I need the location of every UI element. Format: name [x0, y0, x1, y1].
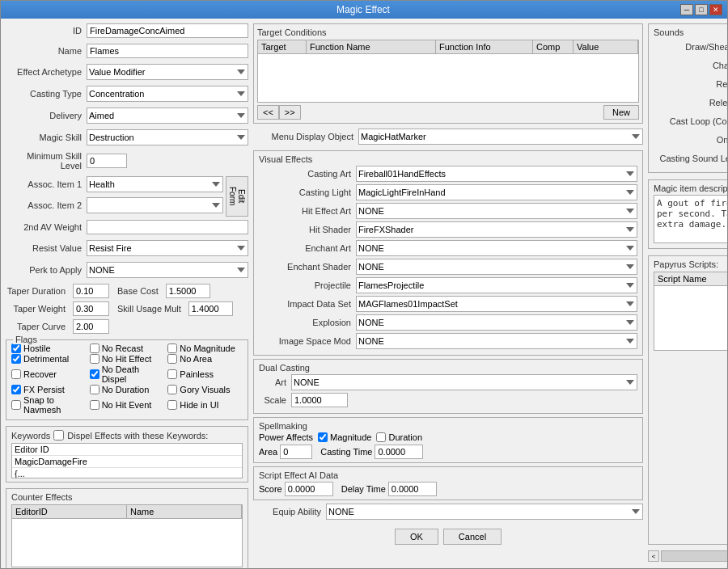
second-av-weight-input[interactable] [87, 220, 248, 234]
flag-no-recast-checkbox[interactable] [90, 344, 99, 353]
flag-detrimental-checkbox[interactable] [11, 354, 21, 364]
casting-time-input[interactable] [375, 445, 423, 459]
ready-row: Ready NONE [654, 76, 727, 92]
min-skill-input[interactable] [87, 154, 127, 168]
cast-loop-label: Cast Loop (Conc.) [654, 116, 727, 126]
col-target: Target [258, 40, 307, 53]
col-comp: Comp [533, 40, 574, 53]
delivery-select[interactable]: Aimed [87, 107, 248, 124]
score-input[interactable] [285, 482, 333, 496]
duration-label: Duration [388, 432, 422, 442]
keyword-row-extra[interactable]: {... [12, 468, 242, 478]
flags-grid: Hostile No Recast No Magnitude Detriment… [11, 344, 243, 415]
skill-usage-mult-input[interactable] [188, 301, 233, 316]
new-button[interactable]: New [603, 105, 639, 120]
flag-no-duration-checkbox[interactable] [90, 385, 99, 394]
scroll-left-arrow[interactable]: < [648, 550, 659, 562]
duration-checkbox[interactable] [376, 432, 386, 442]
perk-to-apply-row: Perk to Apply NONE [6, 262, 248, 278]
enchant-shader-select[interactable]: NONE [356, 259, 637, 275]
id-row: ID [6, 23, 248, 38]
hit-shader-label: Hit Shader [259, 225, 356, 234]
delay-time-input[interactable] [388, 482, 437, 496]
taper-weight-input[interactable] [73, 301, 109, 316]
flag-no-death-dispel-checkbox[interactable] [90, 369, 99, 379]
equip-ability-label: Equip Ability [253, 507, 326, 516]
flag-no-hit-effect-checkbox[interactable] [90, 354, 99, 364]
delivery-row: Delivery Aimed [6, 107, 248, 124]
casting-art-select[interactable]: Fireball01HandEffects [356, 166, 637, 182]
impact-data-set-select[interactable]: MAGFlames01ImpactSet [356, 296, 637, 312]
dual-art-row: Art NONE [259, 374, 637, 390]
casting-art-row: Casting Art Fireball01HandEffects [259, 166, 637, 182]
dispel-checkbox[interactable] [53, 430, 64, 440]
cancel-button[interactable]: Cancel [443, 529, 502, 545]
taper-curve-input[interactable] [73, 319, 109, 334]
flag-no-magnitude-checkbox[interactable] [167, 344, 177, 353]
casting-light-select[interactable]: MagicLightFireInHand [356, 184, 637, 200]
menu-display-label: Menu Display Object [253, 132, 358, 141]
magnitude-checkbox[interactable] [318, 432, 328, 442]
maximize-button[interactable]: □ [695, 4, 708, 15]
close-button[interactable]: ✕ [709, 4, 722, 15]
draw-sheathe-label: Draw/Sheathe [654, 42, 727, 52]
image-space-mod-select[interactable]: NONE [356, 333, 637, 349]
taper-duration-input[interactable] [73, 284, 109, 298]
power-affects-row: Power Affects Magnitude Duration [259, 432, 637, 442]
taper-duration-label: Taper Duration [6, 286, 70, 296]
target-conditions-section: Target Conditions Target Function Name F… [253, 23, 643, 124]
assoc-item1-label: Assoc. Item 1 [6, 179, 87, 189]
assoc-item1-select[interactable]: Health [87, 176, 223, 192]
scroll-track[interactable] [661, 550, 727, 562]
flag-painless-label: Painless [180, 369, 214, 379]
hit-effect-art-select[interactable]: NONE [356, 203, 637, 219]
flag-recover-checkbox[interactable] [11, 369, 21, 379]
flag-hide-in-ui-checkbox[interactable] [167, 400, 177, 410]
assoc-item2-select[interactable] [87, 197, 223, 213]
main-content: ID Name Effect Archetype Value Modifier … [1, 19, 727, 568]
menu-display-select[interactable]: MagicHatMarker [358, 129, 643, 145]
effect-archetype-select[interactable]: Value Modifier [87, 64, 248, 80]
projectile-select[interactable]: FlamesProjectile [356, 277, 637, 293]
flag-no-area-checkbox[interactable] [167, 354, 177, 364]
keyword-row-fire[interactable]: MagicDamageFire [12, 456, 242, 468]
magic-skill-select[interactable]: Destruction [87, 129, 248, 145]
magic-desc-textarea[interactable]: A gout of fire that does <mag> points pe… [654, 195, 727, 243]
flag-gory-visuals-checkbox[interactable] [167, 385, 177, 394]
resist-value-select[interactable]: Resist Fire [87, 240, 248, 256]
papyrus-table-header: Script Name [654, 272, 727, 286]
enchant-shader-row: Enchant Shader NONE [259, 259, 637, 275]
ok-button[interactable]: OK [395, 529, 438, 545]
hit-shader-select[interactable]: FireFXShader [356, 221, 637, 238]
nav-prev-button[interactable]: << [257, 105, 279, 120]
flag-fx-persist-checkbox[interactable] [11, 385, 21, 394]
explosion-select[interactable]: NONE [356, 314, 637, 331]
flag-hostile-checkbox[interactable] [11, 344, 21, 353]
area-input[interactable] [280, 445, 312, 459]
nav-next-button[interactable]: >> [279, 105, 301, 120]
window-controls: ─ □ ✕ [680, 4, 722, 15]
id-input[interactable] [87, 23, 248, 38]
flag-no-hit-event-checkbox[interactable] [90, 400, 99, 410]
flag-fx-persist-label: FX Persist [23, 385, 65, 394]
flag-no-magnitude: No Magnitude [167, 344, 243, 353]
middle-panel: Target Conditions Target Function Name F… [253, 23, 643, 563]
perk-to-apply-select[interactable]: NONE [87, 262, 248, 278]
dual-art-label: Art [259, 377, 291, 387]
dual-art-select[interactable]: NONE [291, 374, 637, 390]
area-label: Area [259, 447, 277, 457]
equip-ability-select[interactable]: NONE [326, 504, 643, 520]
assoc-section: Assoc. Item 1 Health Assoc. Item 2 Edit … [6, 176, 248, 217]
edit-form-button[interactable]: Edit Form [226, 176, 248, 217]
flag-detrimental-label: Detrimental [23, 354, 69, 364]
effect-archetype-row: Effect Archetype Value Modifier [6, 64, 248, 80]
dual-scale-input[interactable] [291, 393, 348, 407]
flag-snap-navmesh-checkbox[interactable] [11, 400, 21, 410]
visual-effects-section: Visual Effects Casting Art Fireball01Han… [253, 150, 643, 356]
casting-type-select[interactable]: Concentration [87, 86, 248, 102]
flag-painless-checkbox[interactable] [167, 369, 177, 379]
name-input[interactable] [87, 44, 248, 58]
enchant-art-select[interactable]: NONE [356, 240, 637, 256]
minimize-button[interactable]: ─ [680, 4, 693, 15]
base-cost-input[interactable] [166, 284, 210, 298]
